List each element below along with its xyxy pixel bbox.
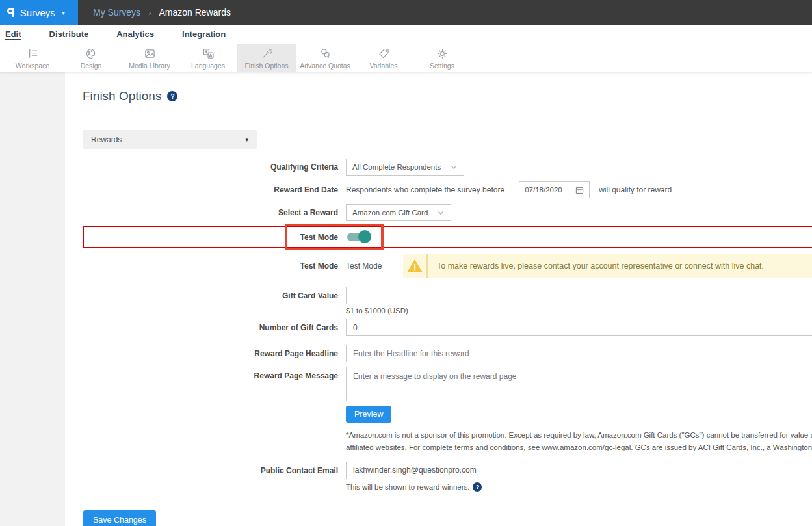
- surveys-product-menu[interactable]: P Surveys ▾: [0, 0, 78, 25]
- toolbar-label: Workspace: [16, 62, 49, 70]
- reward-page-headline-label: Reward Page Headline: [83, 349, 338, 358]
- toolbar-item-variables[interactable]: Variables: [354, 44, 413, 72]
- qualifying-criteria-row: Qualifying Criteria All Complete Respond…: [83, 159, 812, 176]
- languages-icon: [202, 47, 215, 60]
- select-reward-label: Select a Reward: [83, 208, 338, 217]
- save-row: Save Changes: [83, 501, 812, 526]
- gift-card-value-label: Gift Card Value: [83, 287, 338, 300]
- toolbar-label: Finish Options: [244, 62, 288, 70]
- gift-card-value-input[interactable]: [346, 287, 812, 304]
- rewards-section-dropdown[interactable]: Rewards ▾: [83, 130, 257, 149]
- caret-down-icon: ▾: [245, 137, 248, 143]
- edit-toolbar: Workspace Design Media Library Languages…: [0, 44, 812, 72]
- test-mode-toggle[interactable]: [347, 233, 369, 241]
- qualifying-criteria-value: All Complete Respondents: [352, 163, 441, 171]
- page-heading-row: Finish Options ?: [65, 72, 812, 112]
- reward-end-date-label: Reward End Date: [83, 185, 338, 194]
- breadcrumb-current-survey: Amazon Rewards: [159, 7, 231, 18]
- public-contact-email-input[interactable]: [346, 462, 812, 479]
- select-reward-select[interactable]: Amazon.com Gift Card: [346, 204, 451, 221]
- amazon-disclaimer: *Amazon.com is not a sponsor of this pro…: [346, 429, 812, 454]
- disclaimer-line-2: affiliated websites. For complete terms …: [346, 441, 812, 454]
- select-reward-row: Select a Reward Amazon.com Gift Card: [83, 204, 812, 221]
- toggle-knob: [358, 230, 371, 243]
- toolbar-label: Settings: [430, 62, 454, 70]
- toolbar-item-languages[interactable]: Languages: [179, 44, 237, 72]
- chevron-down-icon: [450, 163, 458, 171]
- help-icon[interactable]: ?: [167, 91, 177, 101]
- media-library-icon: [143, 47, 157, 60]
- save-changes-button[interactable]: Save Changes: [83, 510, 156, 526]
- page-title: Finish Options: [83, 89, 161, 103]
- reward-end-date-prefix: Respondents who complete the survey befo…: [346, 185, 504, 194]
- main-nav-tabs: Edit Distribute Analytics Integration: [0, 25, 812, 44]
- qualifying-criteria-label: Qualifying Criteria: [83, 163, 338, 172]
- left-gutter: [0, 72, 65, 526]
- reward-page-message-row: Reward Page Message Preview *Amazon.com …: [83, 367, 812, 454]
- breadcrumb-my-surveys[interactable]: My Surveys: [93, 7, 140, 18]
- toolbar-item-media-library[interactable]: Media Library: [120, 44, 179, 72]
- toolbar-item-finish-options[interactable]: Finish Options: [237, 44, 296, 72]
- reward-end-date-value: 07/18/2020: [525, 186, 562, 194]
- test-mode-status-label: Test Mode: [83, 261, 338, 270]
- questionpro-logo-icon: P: [7, 7, 15, 19]
- public-contact-email-label: Public Contact Email: [83, 462, 338, 475]
- toolbar-label: Variables: [370, 62, 398, 70]
- qualifying-criteria-select[interactable]: All Complete Respondents: [346, 159, 464, 176]
- toolbar-label: Media Library: [129, 62, 170, 70]
- reward-end-date-suffix: will qualify for reward: [599, 185, 672, 194]
- gift-card-value-helper: $1 to $1000 (USD): [346, 307, 812, 315]
- rewards-dropdown-value: Rewards: [91, 135, 122, 144]
- chevron-down-icon: [437, 209, 445, 217]
- toolbar-label: Design: [81, 62, 102, 70]
- test-mode-toggle-row: Test Mode: [83, 224, 812, 250]
- reward-end-date-row: Reward End Date Respondents who complete…: [83, 181, 812, 198]
- reward-end-date-input[interactable]: 07/18/2020: [519, 181, 590, 198]
- breadcrumb-separator-icon: ›: [148, 8, 151, 18]
- workspace-icon: [26, 47, 40, 60]
- toolbar-label: Advance Quotas: [300, 62, 350, 70]
- test-mode-toggle-label: Test Mode: [83, 233, 338, 242]
- calendar-icon[interactable]: [575, 186, 584, 194]
- preview-button[interactable]: Preview: [346, 406, 391, 423]
- toolbar-item-advance-quotas[interactable]: Advance Quotas: [296, 44, 354, 72]
- help-icon[interactable]: ?: [473, 482, 482, 492]
- toolbar-label: Languages: [191, 62, 225, 70]
- variables-tag-icon: [377, 47, 391, 60]
- reward-page-headline-input[interactable]: [346, 345, 812, 362]
- toolbar-item-settings[interactable]: Settings: [413, 44, 471, 72]
- tab-analytics[interactable]: Analytics: [116, 29, 154, 39]
- reward-page-headline-row: Reward Page Headline: [83, 345, 812, 362]
- chevron-down-icon: ▾: [62, 9, 65, 16]
- gift-card-value-row: Gift Card Value $1 to $1000 (USD): [83, 287, 812, 315]
- warning-triangle-icon: [406, 258, 423, 274]
- disclaimer-line-1: *Amazon.com is not a sponsor of this pro…: [346, 429, 812, 441]
- finish-options-panel: Finish Options ? Rewards ▾ Qualifying Cr…: [65, 72, 812, 526]
- toolbar-item-design[interactable]: Design: [62, 44, 120, 72]
- number-of-gift-cards-label: Number of Gift Cards: [83, 323, 338, 332]
- reward-page-message-textarea[interactable]: [346, 367, 812, 401]
- test-mode-warning-banner: To make rewards live, please contact you…: [403, 254, 812, 278]
- public-contact-email-row: Public Contact Email This will be shown …: [83, 462, 812, 492]
- warning-icon-box: [403, 254, 428, 278]
- select-reward-value: Amazon.com Gift Card: [352, 209, 428, 217]
- test-mode-status-row: Test Mode Test Mode To make r: [83, 254, 812, 278]
- number-of-gift-cards-input[interactable]: [346, 319, 812, 336]
- test-mode-status-value: Test Mode: [346, 261, 403, 270]
- tab-edit[interactable]: Edit: [5, 29, 21, 39]
- advance-quotas-links-icon: [319, 47, 332, 60]
- settings-gear-icon: [436, 47, 449, 60]
- finish-options-wand-icon: [260, 47, 274, 60]
- rewards-form: Qualifying Criteria All Complete Respond…: [83, 159, 812, 526]
- tab-distribute[interactable]: Distribute: [49, 29, 89, 39]
- main-area: Finish Options ? Rewards ▾ Qualifying Cr…: [0, 72, 812, 526]
- number-of-gift-cards-row: Number of Gift Cards: [83, 319, 812, 336]
- top-bar: P Surveys ▾ My Surveys › Amazon Rewards: [0, 0, 812, 25]
- reward-page-message-label: Reward Page Message: [83, 367, 338, 380]
- design-palette-icon: [85, 47, 98, 60]
- product-name: Surveys: [20, 7, 55, 18]
- tab-integration[interactable]: Integration: [182, 29, 226, 39]
- warning-message: To make rewards live, please contact you…: [428, 254, 764, 278]
- breadcrumb: My Surveys › Amazon Rewards: [78, 0, 812, 25]
- toolbar-item-workspace[interactable]: Workspace: [3, 44, 62, 72]
